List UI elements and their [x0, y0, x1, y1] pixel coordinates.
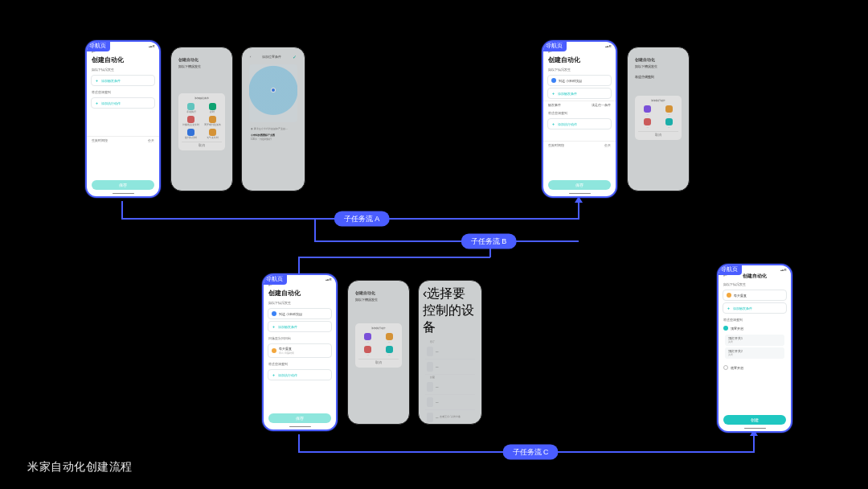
sun-icon	[727, 293, 731, 298]
phone-action-sheet-3: 创建自动化 如以下情况发生 添加执行动作 — — — — 取消	[347, 280, 410, 425]
home-indicator	[289, 426, 311, 428]
sheet-cancel[interactable]: 取消	[638, 131, 678, 137]
limit-chip[interactable]: 每天重复日出·日落时间	[268, 343, 332, 358]
action-item[interactable]: 顶灯开关1关闭	[725, 335, 784, 346]
add-trigger-card[interactable]: ＋添加触发条件	[723, 302, 787, 314]
device-thumb-icon	[427, 397, 433, 407]
back-icon[interactable]: ‹	[250, 55, 251, 59]
location-result[interactable]: ◉ 新北区小米科技园国际产业园… 小米科技园国际产业园 100米 · 到达时执行	[246, 125, 301, 142]
phone-b-start: 导航页 ••▂▃ ◧ ← 创建自动化 如以下情况发生 到达 小米科技园 ＋添加触…	[262, 273, 338, 431]
sheet-cancel[interactable]: 取消	[358, 359, 399, 364]
section-if-label: 如以下情况发生	[175, 64, 228, 69]
nav-tag: 导航页	[262, 273, 287, 285]
plus-icon: ＋	[727, 306, 731, 310]
phone-trigger-sheet: 创建自动化 如以下情况发生 添加触发条件 手动执行 定时 设备状态变化时 离开或…	[170, 47, 233, 191]
phone-map: ‹添加位置条件✓ ◉ 新北区小米科技园国际产业园… 小米科技园国际产业园 100…	[241, 47, 305, 191]
toggle-on-icon	[723, 326, 728, 331]
plus-icon: ＋	[551, 91, 555, 96]
effective-time-row[interactable]: 生效时间段全天	[87, 136, 159, 144]
effective-time-row[interactable]: 生效时间段全天	[543, 141, 616, 149]
section-if-label: 如以下情况发生	[87, 65, 159, 73]
plus-icon: ＋	[272, 324, 276, 329]
page-title: 创建自动化	[632, 55, 685, 64]
device-row[interactable]: —	[425, 360, 475, 375]
add-trigger-card[interactable]: ＋添加触发条件	[268, 321, 332, 332]
section-if-label: 如以下情况发生	[719, 279, 791, 288]
phone-after-trigger: 导航页 ••▂▃ ◧ ← 创建自动化 如以下情况发生 到达 小米科技园 ＋添加触…	[542, 40, 617, 198]
flow-label-b: 子任务流 B	[461, 234, 517, 249]
device-row[interactable]: —	[425, 344, 475, 360]
trigger-opt[interactable]: 离开或到达某地	[203, 116, 223, 126]
action-opt[interactable]: —	[380, 346, 399, 356]
device-list-title: 选择要控制的设备	[423, 286, 474, 334]
confirm-icon[interactable]: ✓	[293, 54, 297, 60]
device-group-toggle-2[interactable]: 底置开启	[719, 360, 791, 372]
page-title: 创建自动化	[743, 272, 767, 279]
section-if-label: 如以下情况发生	[264, 298, 336, 306]
device-thumb-icon	[427, 382, 433, 392]
save-button[interactable]: 保存	[92, 180, 154, 190]
location-icon	[551, 78, 556, 83]
add-trigger-card[interactable]: ＋添加触发条件	[91, 75, 155, 86]
trigger-opt[interactable]: 手动执行	[182, 103, 201, 113]
plus-icon: ＋	[272, 372, 276, 377]
sheet-title: 添加执行动作	[638, 99, 678, 103]
diagram-caption: 米家自动化创建流程	[27, 460, 133, 475]
action-opt[interactable]: —	[358, 346, 378, 356]
home-indicator	[744, 428, 766, 429]
action-item[interactable]: 顶灯开关2关闭	[725, 347, 784, 359]
match-condition-row[interactable]: 触发事件满足任一条件	[543, 101, 616, 109]
action-opt[interactable]: —	[358, 333, 378, 343]
device-row[interactable]: —	[425, 395, 475, 410]
section-limit-label: 日落至次日日出	[264, 334, 336, 342]
sheet-title: 添加执行动作	[358, 327, 399, 331]
action-opt[interactable]: —	[660, 118, 679, 129]
sheet-title: 添加触发条件	[182, 97, 222, 101]
action-type-sheet: 添加执行动作 — — — — 取消	[635, 96, 682, 140]
nav-tag: 导航页	[85, 40, 110, 51]
home-indicator	[569, 193, 591, 195]
action-opt[interactable]: —	[660, 105, 679, 116]
sun-icon	[272, 348, 276, 353]
section-if-label: 如以下情况发生	[632, 64, 685, 69]
add-trigger-card[interactable]: ＋添加触发条件	[547, 88, 612, 99]
save-button[interactable]: 保存	[268, 413, 331, 423]
action-opt[interactable]: —	[638, 105, 657, 116]
trigger-opt[interactable]: 接到短信时	[182, 129, 201, 139]
flow-label-c: 子任务流 C	[503, 445, 559, 460]
section-if-label: 如以下情况发生	[543, 65, 616, 73]
device-group-toggle[interactable]: 顶置开启	[719, 323, 791, 333]
trigger-opt[interactable]: 定时	[203, 103, 223, 113]
create-button[interactable]: 创建	[723, 415, 786, 425]
geofence-map[interactable]	[249, 64, 297, 122]
trigger-chip[interactable]: 到达 小米科技园	[268, 308, 332, 319]
flow-label-a: 子任务流 A	[334, 212, 390, 227]
home-indicator	[113, 193, 134, 195]
plus-icon: ＋	[95, 78, 99, 83]
trigger-opt[interactable]: 天气变化时	[203, 129, 223, 139]
add-action-card[interactable]: ＋添加执行动作	[268, 369, 332, 380]
limit-chip[interactable]: 每天重复	[723, 290, 787, 301]
trigger-type-sheet: 添加触发条件 手动执行 定时 设备状态变化时 离开或到达某地 接到短信时 天气变…	[178, 93, 225, 150]
nav-tag: 导航页	[542, 40, 567, 51]
page-title: 创建自动化	[175, 55, 228, 64]
trigger-opt[interactable]: 设备状态变化时	[182, 116, 201, 126]
trigger-chip[interactable]: 到达 小米科技园	[547, 75, 612, 86]
phone-result: 导航页 ••▂▃ ◧ ← 创建自动化 如以下情况发生 每天重复 ＋添加触发条件 …	[717, 264, 792, 433]
add-action-card[interactable]: ＋添加执行动作	[547, 118, 612, 129]
add-action-card[interactable]: ＋添加执行动作	[91, 97, 155, 109]
section-then-label: 将这些调整到	[719, 315, 791, 323]
device-thumb-icon	[427, 362, 433, 372]
page-title: 创建自动化	[352, 289, 405, 297]
action-opt[interactable]: —	[638, 118, 657, 129]
section-then-label: 将这些调整到	[87, 88, 159, 96]
device-list-footer[interactable]: 查看更多 / 系统设备	[419, 414, 481, 419]
phone-device-list: ‹选择要控制的设备 客厅 — — 卧室 — — — 书房 — 查看更多 / 系统…	[418, 280, 482, 425]
page-title: 创建自动化	[264, 288, 336, 298]
sheet-cancel[interactable]: 取消	[182, 142, 222, 147]
section-then-label: 将这些调整到	[264, 360, 336, 368]
location-icon	[272, 311, 276, 316]
device-row[interactable]: —	[425, 380, 475, 395]
action-opt[interactable]: —	[380, 333, 399, 343]
save-button[interactable]: 保存	[548, 180, 611, 190]
